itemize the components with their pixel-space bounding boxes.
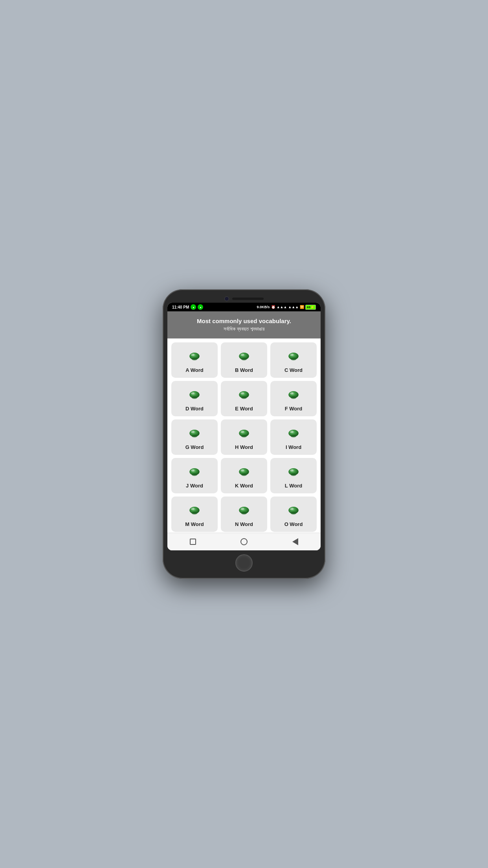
word-label-d: D Word: [185, 406, 204, 412]
grid-item-n[interactable]: N Word: [221, 497, 267, 532]
svg-point-27: [192, 434, 197, 437]
svg-point-19: [241, 396, 247, 399]
grid-item-o[interactable]: O Word: [270, 497, 317, 532]
phone-bottom: [167, 550, 321, 574]
dot2: ●: [198, 304, 203, 310]
grid-item-j[interactable]: J Word: [171, 458, 218, 493]
svg-point-15: [192, 396, 197, 399]
status-bar: 11:40 PM ● ● 9.0KB/s ⏰ ▲▲▲ ▲▲▲ 🛜 69⚡: [167, 303, 321, 311]
svg-point-35: [291, 434, 296, 437]
svg-point-47: [291, 473, 296, 476]
status-right: 9.0KB/s ⏰ ▲▲▲ ▲▲▲ 🛜 69⚡: [257, 305, 316, 310]
svg-point-7: [241, 357, 247, 360]
home-icon: [240, 538, 248, 545]
grid-item-l[interactable]: L Word: [270, 458, 317, 493]
header-title-bengali: সর্বাধিক ব্যবহৃত শব্দভাঙার: [175, 326, 313, 332]
phone-screen: 11:40 PM ● ● 9.0KB/s ⏰ ▲▲▲ ▲▲▲ 🛜 69⚡ Mos…: [167, 303, 321, 550]
grid-item-e[interactable]: E Word: [221, 381, 267, 416]
grid-item-b[interactable]: B Word: [221, 342, 267, 378]
word-label-f: F Word: [285, 406, 303, 412]
word-label-c: C Word: [284, 367, 303, 373]
word-label-n: N Word: [235, 521, 253, 527]
network-speed: 9.0KB/s: [257, 305, 270, 309]
svg-point-39: [192, 473, 197, 476]
word-label-m: M Word: [185, 521, 204, 527]
back-icon: [292, 538, 298, 545]
grid-item-c[interactable]: C Word: [270, 342, 317, 378]
physical-home-button[interactable]: [235, 554, 253, 572]
app-content: Most commonly used vocabulary. সর্বাধিক …: [167, 311, 321, 533]
word-label-o: O Word: [284, 521, 303, 527]
signal1-icon: ▲▲▲: [277, 305, 287, 309]
vocabulary-grid: A Word B Word: [167, 338, 321, 533]
svg-point-3: [192, 357, 197, 360]
svg-point-55: [241, 511, 247, 514]
status-left: 11:40 PM ● ●: [172, 304, 203, 310]
grid-item-i[interactable]: I Word: [270, 419, 317, 455]
grid-item-g[interactable]: G Word: [171, 419, 218, 455]
word-label-g: G Word: [185, 444, 204, 450]
svg-point-59: [291, 511, 296, 514]
back-button[interactable]: [290, 536, 301, 547]
grid-item-f[interactable]: F Word: [270, 381, 317, 416]
word-label-j: J Word: [186, 483, 203, 489]
alarm-icon: ⏰: [271, 305, 275, 309]
grid-item-d[interactable]: D Word: [171, 381, 218, 416]
time-display: 11:40 PM: [172, 305, 189, 309]
svg-point-23: [291, 396, 296, 399]
grid-item-h[interactable]: H Word: [221, 419, 267, 455]
word-label-a: A Word: [185, 367, 204, 373]
svg-point-11: [291, 357, 296, 360]
word-label-k: K Word: [235, 483, 253, 489]
word-label-l: L Word: [285, 483, 302, 489]
word-label-e: E Word: [235, 406, 253, 412]
svg-point-51: [192, 511, 197, 514]
word-label-h: H Word: [235, 444, 253, 450]
svg-point-43: [241, 473, 247, 476]
recent-apps-button[interactable]: [187, 536, 198, 547]
phone-top-bar: [167, 294, 321, 303]
nav-bar: [167, 533, 321, 550]
header-title-english: Most commonly used vocabulary.: [175, 318, 313, 324]
phone-frame: 11:40 PM ● ● 9.0KB/s ⏰ ▲▲▲ ▲▲▲ 🛜 69⚡ Mos…: [163, 289, 325, 579]
home-button[interactable]: [238, 536, 250, 547]
grid-item-m[interactable]: M Word: [171, 497, 218, 532]
dot1: ●: [191, 304, 196, 310]
recent-apps-icon: [190, 539, 196, 545]
speaker: [232, 298, 264, 300]
svg-point-31: [241, 434, 247, 437]
header-banner: Most commonly used vocabulary. সর্বাধিক …: [167, 311, 321, 338]
word-label-b: B Word: [235, 367, 253, 373]
battery-display: 69⚡: [305, 305, 316, 310]
camera: [224, 296, 229, 301]
word-label-i: I Word: [286, 444, 301, 450]
signal2-icon: ▲▲▲: [288, 305, 299, 309]
wifi-icon: 🛜: [300, 305, 304, 309]
grid-item-k[interactable]: K Word: [221, 458, 267, 493]
grid-item-a[interactable]: A Word: [171, 342, 218, 378]
